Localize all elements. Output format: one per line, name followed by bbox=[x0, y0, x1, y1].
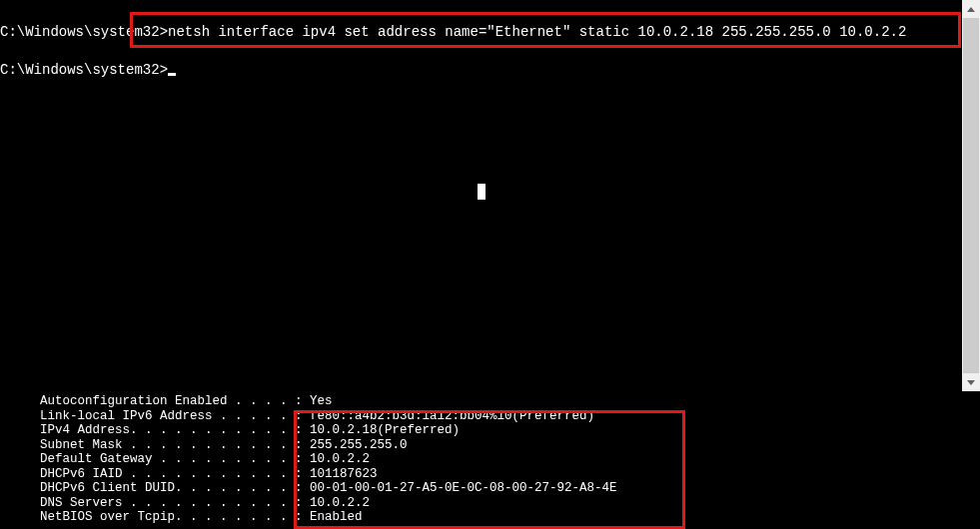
terminal-bottom-pane[interactable]: Autoconfiguration Enabled . . . . : Yes … bbox=[0, 391, 980, 529]
ipconfig-row: DHCPv6 IAID . . . . . . . . . . . : 1011… bbox=[40, 467, 980, 482]
ipconfig-output: Autoconfiguration Enabled . . . . : Yes … bbox=[0, 394, 980, 525]
ipconfig-row: Subnet Mask . . . . . . . . . . . : 255.… bbox=[40, 438, 980, 453]
prompt-1: C:\Windows\system32> bbox=[0, 24, 168, 40]
ipconfig-value: 255.255.255.0 bbox=[310, 438, 408, 452]
command-line-1: C:\Windows\system32>netsh interface ipv4… bbox=[0, 22, 906, 42]
command-line-2: C:\Windows\system32> bbox=[0, 60, 176, 80]
ipconfig-label: IPv4 Address. . . . . . . . . . . : bbox=[40, 423, 310, 437]
ipconfig-value: Yes bbox=[310, 394, 333, 408]
ipconfig-value: 101187623 bbox=[310, 467, 378, 481]
ipconfig-row: DHCPv6 Client DUID. . . . . . . . : 00-0… bbox=[40, 481, 980, 496]
mouse-text-cursor-icon bbox=[478, 184, 486, 200]
ipconfig-label: Autoconfiguration Enabled . . . . : bbox=[40, 394, 310, 408]
ipconfig-row: Link-local IPv6 Address . . . . . : fe80… bbox=[40, 409, 980, 424]
ipconfig-label: DHCPv6 IAID . . . . . . . . . . . : bbox=[40, 467, 310, 481]
ipconfig-value: 10.0.2.2 bbox=[310, 452, 370, 466]
ipconfig-value: Enabled bbox=[310, 510, 363, 524]
scrollbar-thumb[interactable] bbox=[963, 18, 979, 373]
ipconfig-label: DHCPv6 Client DUID. . . . . . . . : bbox=[40, 481, 310, 495]
ipconfig-row: NetBIOS over Tcpip. . . . . . . . : Enab… bbox=[40, 510, 980, 525]
ipconfig-value: fe80::a4b2:b3d:1a12:bb04%10(Preferred) bbox=[310, 409, 594, 423]
ipconfig-value: 10.0.2.18(Preferred) bbox=[310, 423, 460, 437]
ipconfig-label: Subnet Mask . . . . . . . . . . . : bbox=[40, 438, 310, 452]
ipconfig-label: NetBIOS over Tcpip. . . . . . . . : bbox=[40, 510, 310, 524]
scrollbar-down-button[interactable] bbox=[962, 373, 980, 391]
chevron-down-icon bbox=[967, 380, 975, 385]
ipconfig-value: 10.0.2.2 bbox=[310, 496, 370, 510]
ipconfig-row: DNS Servers . . . . . . . . . . . : 10.0… bbox=[40, 496, 980, 511]
ipconfig-label: DNS Servers . . . . . . . . . . . : bbox=[40, 496, 310, 510]
vertical-scrollbar[interactable] bbox=[962, 0, 980, 391]
ipconfig-row: IPv4 Address. . . . . . . . . . . : 10.0… bbox=[40, 423, 980, 438]
command-1: netsh interface ipv4 set address name="E… bbox=[168, 24, 906, 40]
ipconfig-label: Default Gateway . . . . . . . . . : bbox=[40, 452, 310, 466]
ipconfig-label: Link-local IPv6 Address . . . . . : bbox=[40, 409, 310, 423]
text-cursor-icon bbox=[168, 73, 176, 76]
ipconfig-row: Default Gateway . . . . . . . . . : 10.0… bbox=[40, 452, 980, 467]
terminal-top-pane[interactable]: C:\Windows\system32>netsh interface ipv4… bbox=[0, 0, 962, 391]
ipconfig-row: Autoconfiguration Enabled . . . . : Yes bbox=[40, 394, 980, 409]
prompt-2: C:\Windows\system32> bbox=[0, 62, 168, 78]
ipconfig-value: 00-01-00-01-27-A5-0E-0C-08-00-27-92-A8-4… bbox=[310, 481, 617, 495]
chevron-up-icon bbox=[967, 7, 975, 12]
scrollbar-up-button[interactable] bbox=[962, 0, 980, 18]
